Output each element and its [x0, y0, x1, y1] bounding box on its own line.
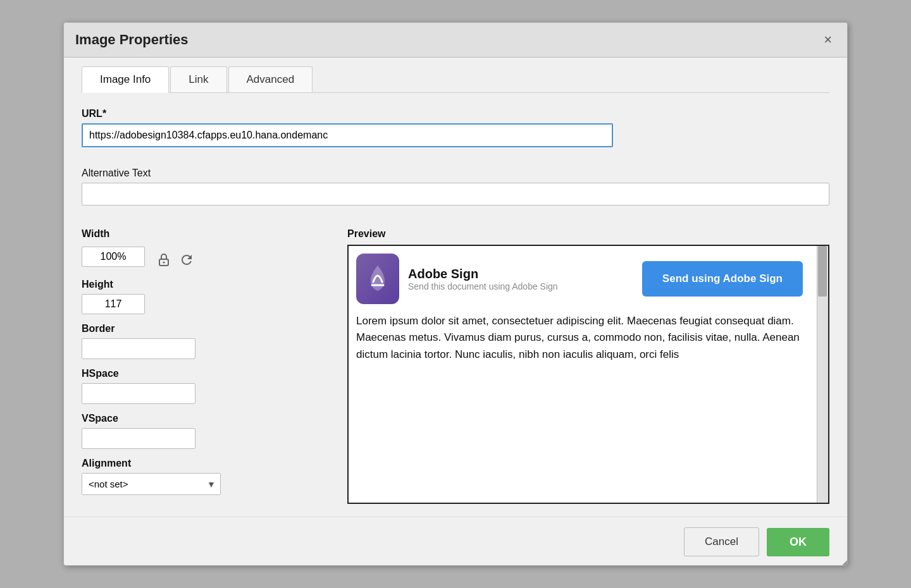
lock-icon[interactable]	[154, 250, 174, 270]
hspace-input[interactable]	[82, 383, 195, 404]
refresh-icon[interactable]	[177, 250, 197, 270]
preview-box: Adobe Sign Send this document using Adob…	[347, 245, 829, 504]
send-using-adobe-sign-button[interactable]: Send using Adobe Sign	[642, 261, 803, 297]
alignment-field-group: Alignment <not set> ▼	[82, 458, 328, 495]
size-icons	[154, 250, 197, 270]
hspace-label: HSpace	[82, 368, 328, 379]
url-field-group: URL*	[82, 108, 829, 159]
main-row: Width	[82, 228, 829, 504]
height-input[interactable]	[82, 294, 145, 314]
url-label: URL*	[82, 108, 829, 119]
height-label: Height	[82, 279, 328, 290]
adobe-sign-logo	[356, 254, 399, 304]
border-field-group: Border	[82, 323, 328, 359]
alt-text-input[interactable]	[82, 183, 829, 205]
adobe-sign-subtitle: Send this document using Adobe Sign	[408, 281, 558, 291]
tab-link[interactable]: Link	[170, 66, 226, 92]
hspace-field-group: HSpace	[82, 368, 328, 404]
height-field-group: Height	[82, 279, 328, 314]
alignment-label: Alignment	[82, 458, 328, 469]
adobe-sign-banner: Adobe Sign Send this document using Adob…	[356, 254, 821, 304]
tabs-container: Image Info Link Advanced	[82, 58, 829, 93]
dialog-footer: Cancel OK	[64, 517, 847, 565]
border-input[interactable]	[82, 338, 195, 359]
dialog-title: Image Properties	[75, 32, 189, 48]
alt-text-label: Alternative Text	[82, 168, 829, 179]
ok-button[interactable]: OK	[767, 528, 829, 556]
dialog-overlay: Image Properties × Image Info Link Advan…	[0, 0, 911, 588]
image-properties-dialog: Image Properties × Image Info Link Advan…	[63, 22, 848, 566]
preview-label: Preview	[347, 228, 829, 240]
vspace-input[interactable]	[82, 428, 195, 449]
alignment-select[interactable]: <not set>	[82, 473, 221, 495]
tab-image-info[interactable]: Image Info	[82, 66, 169, 93]
dialog-titlebar: Image Properties ×	[64, 23, 847, 58]
left-column: Width	[82, 228, 328, 504]
width-label: Width	[82, 228, 328, 240]
vspace-field-group: VSpace	[82, 413, 328, 449]
alt-text-field-group: Alternative Text	[82, 168, 829, 219]
alignment-select-wrapper: <not set> ▼	[82, 473, 328, 495]
preview-scrollbar[interactable]	[817, 246, 828, 503]
close-button[interactable]: ×	[820, 32, 836, 48]
adobe-sign-left: Adobe Sign Send this document using Adob…	[356, 254, 558, 304]
preview-scrollbar-thumb	[818, 246, 827, 297]
right-column: Preview	[347, 228, 829, 504]
cancel-button[interactable]: Cancel	[684, 527, 759, 556]
resize-handle[interactable]	[836, 554, 847, 565]
preview-lorem-text: Lorem ipsum dolor sit amet, consectetuer…	[356, 313, 821, 363]
width-field-group: Width	[82, 228, 328, 270]
adobe-sign-title: Adobe Sign	[408, 267, 558, 281]
svg-point-1	[163, 262, 165, 264]
adobe-sign-text: Adobe Sign Send this document using Adob…	[408, 267, 558, 291]
dialog-body: Image Info Link Advanced URL* Alternativ…	[64, 58, 847, 517]
width-input[interactable]	[82, 247, 145, 267]
vspace-label: VSpace	[82, 413, 328, 424]
border-label: Border	[82, 323, 328, 334]
tab-advanced[interactable]: Advanced	[228, 66, 313, 92]
url-input[interactable]	[82, 123, 613, 147]
